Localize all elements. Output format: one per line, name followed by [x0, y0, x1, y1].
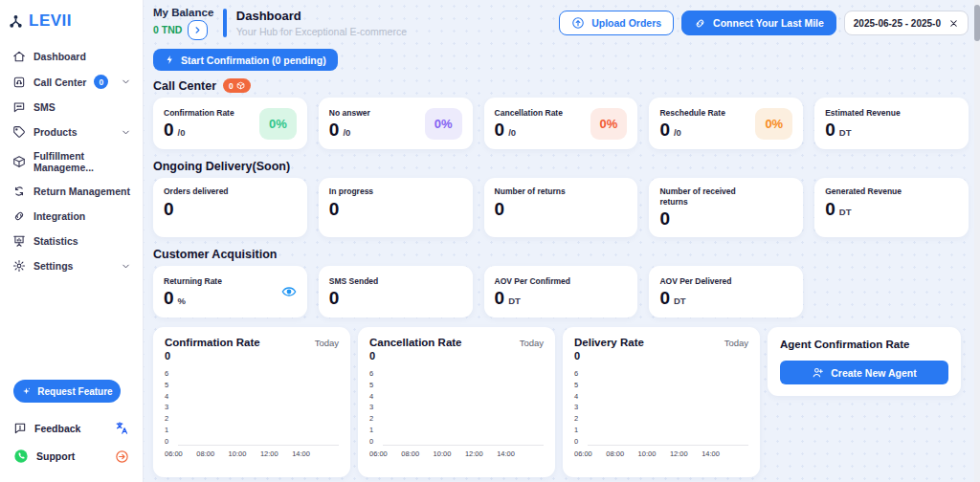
close-icon[interactable]	[948, 18, 959, 29]
chevron-down-icon[interactable]	[121, 77, 131, 87]
stat-label: No answer	[329, 108, 370, 119]
sidebar-item-products[interactable]: Products	[0, 120, 143, 144]
chevron-down-icon[interactable]	[121, 127, 131, 138]
stat-label: In progress	[329, 186, 373, 197]
sidebar: LEVII Dashboard Call Center 0 SMS Produc…	[0, 0, 144, 482]
stat-label: Reschedule Rate	[659, 108, 725, 119]
scrollbar-thumb[interactable]	[974, 5, 980, 41]
chart-period[interactable]: Today	[724, 338, 748, 348]
start-confirmation-button[interactable]: Start Confirmation (0 pending)	[153, 49, 338, 71]
sidebar-item-dashboard[interactable]: Dashboard	[0, 44, 143, 69]
support-row[interactable]: Support	[11, 442, 131, 471]
stat-label: Generated Revenue	[825, 186, 902, 197]
ongoing-delivery-section-head: Ongoing Delivery(Soon)	[153, 160, 969, 173]
page-scrollbar[interactable]	[974, 0, 980, 482]
percent-badge: 0%	[755, 108, 792, 140]
call-center-orange-badge: 0	[223, 78, 251, 93]
stat-value: 0	[659, 120, 670, 139]
chart-title: Delivery Rate	[574, 337, 644, 348]
stat-value: 0	[659, 209, 670, 228]
stat-suffix: DT	[839, 207, 852, 217]
chart-x-axis: 06:0008:0010:0012:0014:00	[369, 449, 544, 458]
stat-label: Returning Rate	[164, 276, 222, 287]
sidebar-item-label: SMS	[33, 101, 56, 113]
chart-period[interactable]: Today	[315, 338, 339, 348]
call-center-badge-count: 0	[229, 81, 234, 91]
support-label: Support	[36, 450, 75, 462]
link-icon	[694, 17, 706, 30]
stat-card-received-returns: Number of received returns 0	[649, 178, 803, 237]
request-feature-label: Request Feature	[37, 386, 112, 397]
stat-value: 0	[164, 289, 174, 307]
balance-value: 0 TND	[153, 24, 182, 35]
person-plus-icon	[812, 366, 824, 379]
stat-suffix: /0	[343, 127, 350, 138]
stat-card-sms-sended: SMS Sended 0	[319, 266, 473, 318]
stat-value: 0	[495, 200, 505, 218]
percent-badge: 0%	[590, 108, 628, 140]
stat-value: 0	[164, 120, 174, 139]
connect-last-mile-button[interactable]: Connect Your Last Mile	[681, 11, 836, 35]
sidebar-item-label: Settings	[33, 260, 73, 272]
request-feature-button[interactable]: Request Feature	[13, 380, 121, 403]
sidebar-item-sms[interactable]: SMS	[0, 95, 143, 120]
feedback-row[interactable]: Feedback	[11, 414, 131, 442]
eye-icon[interactable]	[281, 284, 297, 299]
logo[interactable]: LEVII	[0, 0, 143, 44]
page-title: Dashboard	[236, 9, 407, 23]
call-center-count-badge: 0	[94, 75, 108, 89]
stat-value: 0	[495, 289, 505, 307]
chart-title: Cancellation Rate	[369, 337, 462, 348]
stat-suffix: DT	[508, 296, 521, 306]
stat-label: AOV Per Confirmed	[495, 276, 570, 287]
logout-icon[interactable]	[115, 449, 129, 464]
tag-icon	[12, 125, 26, 139]
stat-value: 0	[659, 289, 670, 307]
header: My Balance 0 TND Dashboard Your Hub for …	[153, 5, 969, 41]
create-new-agent-button[interactable]: Create New Agent	[780, 361, 948, 384]
stat-label: AOV Per Delivered	[659, 276, 731, 287]
section-title-customer-acquisition: Customer Acquisition	[153, 248, 277, 261]
agent-confirmation-rate-card: Agent Confirmation Rate Create New Agent	[768, 327, 961, 396]
chart-value: 0	[165, 350, 339, 362]
date-range-picker[interactable]: 2025-06-25 - 2025-0	[844, 11, 969, 35]
upload-icon	[571, 16, 585, 30]
link-icon	[12, 209, 26, 223]
chart-delivery-rate: Delivery Rate Today 0 6543210 06:0008:00…	[563, 327, 760, 477]
sidebar-item-return-management[interactable]: Return Management	[0, 179, 143, 204]
sidebar-item-settings[interactable]: Settings	[0, 253, 143, 278]
stat-suffix: DT	[674, 296, 686, 306]
sidebar-item-integration[interactable]: Integration	[0, 204, 143, 229]
stat-value: 0	[329, 120, 340, 139]
upload-orders-button[interactable]: Upload Orders	[559, 11, 674, 35]
balance-expand-button[interactable]	[188, 20, 208, 40]
stat-label: Estimated Revenue	[825, 108, 900, 119]
sparkle-icon	[21, 386, 32, 397]
package-icon	[12, 155, 26, 168]
chevron-down-icon[interactable]	[121, 261, 131, 272]
stat-suffix: /0	[178, 127, 186, 138]
sidebar-item-statistics[interactable]: Statistics	[0, 229, 143, 253]
lightning-icon	[165, 55, 175, 65]
balance-label: My Balance	[153, 7, 213, 18]
sidebar-item-label: Integration	[33, 210, 85, 222]
feedback-label: Feedback	[34, 423, 80, 434]
sidebar-item-label: Fulfillment Manageme...	[33, 150, 131, 173]
stat-suffix: /0	[508, 127, 516, 138]
gear-icon	[12, 259, 26, 273]
sidebar-nav: Dashboard Call Center 0 SMS Products Ful…	[0, 44, 143, 278]
stat-card-aov-per-delivered: AOV Per Delivered 0DT	[649, 266, 803, 318]
stat-card-cancellation-rate: Cancellation Rate 0/0 0%	[484, 98, 638, 149]
stat-value: 0	[825, 200, 835, 218]
connect-last-mile-label: Connect Your Last Mile	[713, 17, 824, 29]
presentation-chart-icon	[12, 234, 26, 248]
stat-value: 0	[164, 200, 174, 218]
translate-icon[interactable]	[115, 421, 129, 435]
chart-period[interactable]: Today	[520, 338, 544, 348]
sidebar-item-fulfillment[interactable]: Fulfillment Manageme...	[0, 144, 143, 179]
stat-suffix: %	[178, 296, 186, 306]
sidebar-item-call-center[interactable]: Call Center 0	[0, 69, 143, 95]
page-subtitle: Your Hub for Exceptional E-commerce	[236, 26, 407, 37]
app-window: LEVII Dashboard Call Center 0 SMS Produc…	[0, 0, 980, 482]
package-icon	[236, 81, 245, 90]
